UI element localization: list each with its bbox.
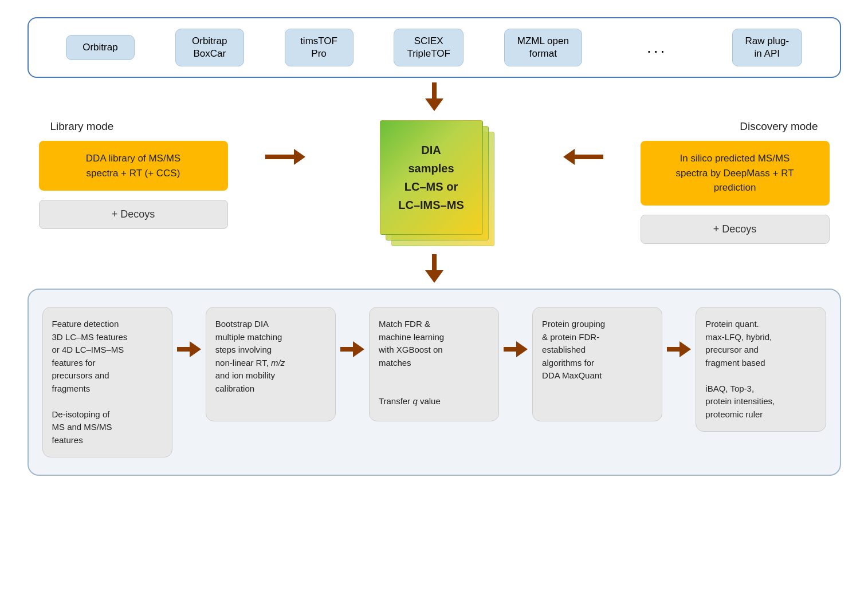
discovery-mode-title: Discovery mode xyxy=(740,120,818,133)
library-mode-section: Library mode DDA library of MS/MSspectra… xyxy=(39,120,234,229)
arrow-discovery-to-dia xyxy=(563,149,603,165)
instrument-timstof: timsTOFPro xyxy=(285,29,354,66)
dia-page-front: DIAsamplesLC–MS orLC–IMS–MS xyxy=(380,120,483,235)
discovery-mode-section: Discovery mode In silico predicted MS/MS… xyxy=(635,120,830,244)
arrow-step-2-3 xyxy=(340,307,364,357)
step-match-fdr: Match FDR &machine learningwith XGBoost … xyxy=(369,307,499,421)
step-feature-detection: Feature detection3D LC–MS featuresor 4D … xyxy=(42,307,172,457)
middle-section: Library mode DDA library of MS/MSspectra… xyxy=(28,120,841,252)
library-yellow-box: DDA library of MS/MSspectra + RT (+ CCS) xyxy=(39,141,228,191)
arrow-library-to-dia xyxy=(265,149,305,165)
instrument-mzml: MZML openformat xyxy=(504,29,582,66)
top-arrow xyxy=(28,82,841,111)
instrument-orbitrap-boxcar: OrbitrapBoxCar xyxy=(175,29,244,66)
instrument-orbitrap: Orbitrap xyxy=(66,35,135,60)
instrument-raw-plugin: Raw plug-in API xyxy=(732,29,803,66)
discovery-decoy-box: + Decoys xyxy=(641,215,830,244)
instrument-dots: ... xyxy=(623,31,692,64)
dia-stack: DIAsamplesLC–MS orLC–IMS–MS xyxy=(380,120,489,252)
arrow-step-3-4 xyxy=(504,307,528,357)
dia-label: DIAsamplesLC–MS orLC–IMS–MS xyxy=(398,141,464,214)
step-protein-quant: Protein quant.max-LFQ, hybrid,precursor … xyxy=(696,307,826,432)
arrow-step-1-2 xyxy=(177,307,201,357)
dia-center: DIAsamplesLC–MS orLC–IMS–MS xyxy=(337,120,532,252)
discovery-yellow-box: In silico predicted MS/MSspectra by Deep… xyxy=(641,141,830,206)
step-bootstrap: Bootstrap DIAmultiple matchingsteps invo… xyxy=(206,307,336,421)
bottom-top-arrow xyxy=(28,254,841,283)
instruments-container: Orbitrap OrbitrapBoxCar timsTOFPro SCIEX… xyxy=(28,17,841,78)
step-protein-grouping: Protein grouping& protein FDR-establishe… xyxy=(532,307,662,421)
library-mode-title: Library mode xyxy=(50,120,114,133)
library-decoy-box: + Decoys xyxy=(39,200,228,229)
processing-pipeline: Feature detection3D LC–MS featuresor 4D … xyxy=(28,289,841,476)
arrow-step-4-5 xyxy=(667,307,691,357)
instrument-sciex: SCIEXTripleTOF xyxy=(394,29,464,66)
